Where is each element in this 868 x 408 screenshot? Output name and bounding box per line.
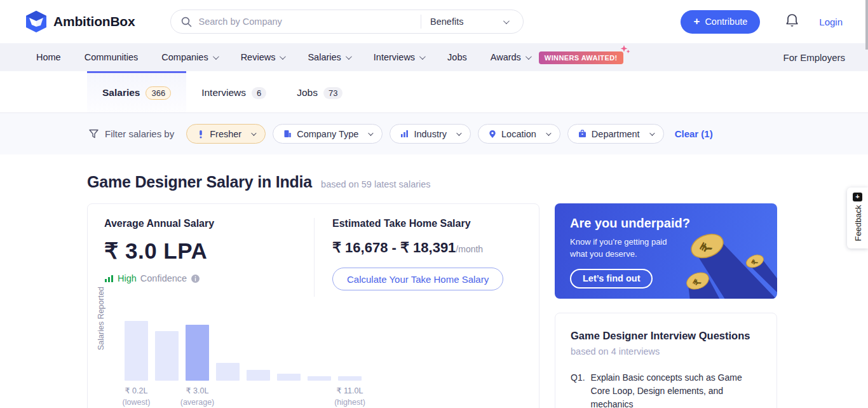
tab-bar: Salaries 366 Interviews 6 Jobs 73 [0, 71, 868, 113]
page-subtitle: based on 59 latest salaries [321, 179, 431, 189]
promo-body: Know if you’re getting paid what you des… [570, 236, 777, 261]
scrollbar-thumb[interactable] [865, 0, 868, 50]
nav-item-jobs[interactable]: Jobs [447, 52, 467, 62]
login-link[interactable]: Login [819, 17, 843, 27]
department-briefcase-icon [578, 130, 587, 138]
salary-summary-card: Average Annual Salary ₹ 3.0 LPA High Con… [87, 203, 539, 408]
interview-questions-subtitle: based on 4 interviews [571, 346, 761, 357]
calculate-take-home-button[interactable]: Calculate Your Take Home Salary [332, 268, 503, 290]
filter-bar: Filter salaries by Fresher Company Type [0, 113, 868, 154]
interview-questions-list: Q1. Explain Basic concepts such as Game … [571, 371, 761, 408]
nav-item-communities[interactable]: Communities [85, 52, 139, 62]
chevron-down-icon [346, 53, 352, 60]
search-divider [421, 15, 421, 29]
fresher-icon [197, 130, 205, 139]
notification-bell-icon[interactable] [785, 13, 799, 31]
header-actions: + Contribute Login [681, 10, 843, 34]
average-salary-section: Average Annual Salary ₹ 3.0 LPA High Con… [104, 218, 314, 297]
info-icon[interactable] [191, 274, 200, 283]
nav-item-interviews[interactable]: Interviews [374, 52, 424, 62]
winners-awaited-badge[interactable]: WINNERS AWAITED! [539, 52, 623, 62]
brand-name: AmbitionBox [53, 14, 135, 29]
chart-slot [155, 321, 179, 381]
right-column: ₹ ₹ ₹ Are you underpaid? Know if you’re … [555, 203, 777, 408]
search-bar[interactable]: Benefits [170, 10, 524, 34]
chevron-down-icon [213, 53, 219, 60]
feedback-label: Feedback [853, 205, 862, 241]
chart-bar [338, 376, 362, 381]
search-icon [181, 17, 192, 27]
main-content: Game Designer Salary in India based on 5… [0, 154, 868, 408]
nav-item-salaries[interactable]: Salaries [308, 52, 349, 62]
interviews-count-badge: 6 [252, 87, 266, 99]
for-employers-link[interactable]: For Employers [783, 52, 845, 63]
company-type-icon [283, 130, 292, 138]
average-salary-title: Average Annual Salary [104, 218, 314, 229]
contribute-label: Contribute [705, 17, 747, 27]
promo-title: Are you underpaid? [570, 216, 777, 231]
salary-bar-chart: Salaries Reported ₹ 0.2L(lowest)₹ 3.0L(a… [88, 321, 539, 408]
filter-pill-department[interactable]: Department [567, 124, 664, 144]
benefits-dropdown[interactable]: Benefits [430, 17, 513, 27]
average-salary-value: ₹ 3.0 LPA [104, 238, 314, 264]
chevron-down-icon [503, 18, 510, 24]
chart-bar [125, 321, 148, 381]
chart-slot [308, 321, 331, 381]
tab-jobs[interactable]: Jobs 73 [281, 71, 358, 112]
page-title: Game Designer Salary in India [87, 173, 312, 191]
filter-pill-location[interactable]: Location [478, 124, 560, 144]
tab-interviews[interactable]: Interviews 6 [186, 71, 281, 112]
benefits-label: Benefits [430, 17, 463, 27]
nav-item-home[interactable]: Home [36, 52, 61, 62]
chart-tick-label: ₹ 0.2L(lowest) [123, 386, 151, 407]
location-pin-icon [489, 130, 496, 139]
feedback-icon: + [853, 193, 862, 201]
tab-salaries[interactable]: Salaries 366 [87, 71, 186, 112]
bar-chart-bars: ₹ 0.2L(lowest)₹ 3.0L(average)₹ 11.0L(hig… [125, 321, 539, 381]
contribute-button[interactable]: + Contribute [681, 10, 760, 34]
chevron-down-icon [546, 130, 551, 135]
chart-slot: ₹ 0.2L(lowest) [125, 321, 148, 381]
nav-item-companies[interactable]: Companies [161, 52, 217, 62]
filter-pill-fresher[interactable]: Fresher [186, 124, 266, 144]
chart-tick-label: ₹ 11.0L(highest) [334, 386, 365, 407]
nav-item-reviews[interactable]: Reviews [241, 52, 285, 62]
ambitionbox-logo-icon [25, 10, 47, 33]
feedback-tab[interactable]: + Feedback [847, 187, 868, 248]
jobs-count-badge: 73 [323, 87, 342, 99]
plus-icon: + [693, 15, 700, 28]
industry-icon [400, 130, 409, 138]
chart-bar [155, 331, 179, 381]
chart-slot: ₹ 11.0L(highest) [338, 321, 362, 381]
search-input[interactable] [198, 17, 417, 27]
lets-find-out-button[interactable]: Let’s find out [570, 269, 653, 289]
main-nav: Home Communities Companies Reviews Salar… [0, 43, 868, 71]
take-home-title: Estimated Take Home Salary [332, 218, 503, 229]
header: AmbitionBox Benefits + Contribute [0, 0, 868, 43]
chevron-down-icon [456, 130, 461, 135]
filter-pill-company-type[interactable]: Company Type [273, 124, 383, 144]
chart-slot [247, 321, 270, 381]
sparkle-icon [620, 45, 631, 57]
filter-pill-industry[interactable]: Industry [390, 124, 471, 144]
salaries-count-badge: 366 [146, 86, 171, 100]
page-title-row: Game Designer Salary in India based on 5… [87, 173, 868, 191]
chart-slot [216, 321, 240, 381]
chart-bar [308, 376, 331, 381]
chart-bar [216, 363, 240, 381]
funnel-icon [89, 129, 98, 139]
chart-bar [277, 374, 301, 381]
interview-question[interactable]: Q1. Explain Basic concepts such as Game … [571, 371, 761, 408]
chart-tick-label: ₹ 3.0L(average) [180, 386, 215, 407]
brand-logo[interactable]: AmbitionBox [25, 10, 135, 33]
nav-item-awards[interactable]: Awards [491, 52, 530, 62]
interview-questions-card: Game Designer Interview Questions based … [555, 313, 777, 408]
chart-bar [186, 325, 209, 381]
chevron-down-icon [526, 53, 532, 60]
take-home-value: ₹ 16,678 - ₹ 18,391/month [332, 240, 503, 256]
confidence-level: High [118, 273, 137, 283]
chevron-down-icon [649, 130, 654, 135]
page: AmbitionBox Benefits + Contribute [0, 0, 868, 408]
interview-questions-title: Game Designer Interview Questions [571, 330, 761, 342]
clear-filters-link[interactable]: Clear (1) [675, 128, 713, 139]
